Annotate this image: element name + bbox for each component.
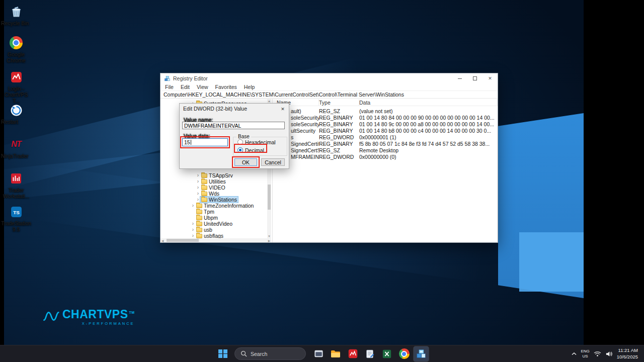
start-button[interactable] <box>215 346 230 361</box>
ok-button[interactable]: OK <box>234 158 257 166</box>
tree-item-usb[interactable]: ›usb <box>160 227 267 233</box>
desktop-icon-trader-workstation[interactable]: Trader Workstati... <box>0 171 32 186</box>
brand-tm: TM <box>129 311 135 314</box>
desktop-icon-restart[interactable]: Restart <box>0 103 32 118</box>
tree-node[interactable]: Wds <box>200 191 220 197</box>
address-bar[interactable]: Computer\HKEY_LOCAL_MACHINE\SYSTEM\Curre… <box>160 91 498 99</box>
tree-item-UnitedVideo[interactable]: ›UnitedVideo <box>160 221 267 227</box>
expand-chevron-icon[interactable]: › <box>196 197 200 203</box>
radio-icon <box>237 147 243 153</box>
desktop-icon-chartvps-login[interactable]: Login - ChartVPS T... <box>0 69 32 84</box>
clock[interactable]: 11:21 AM 10/6/2025 <box>617 347 638 360</box>
horizontal-scrollbar-thumb[interactable] <box>167 239 199 242</box>
taskbar-app-chartvps-app[interactable] <box>345 346 360 361</box>
desktop-icon-label: Restart <box>0 119 19 125</box>
expand-chevron-icon[interactable]: › <box>196 185 200 191</box>
tree-node[interactable]: VIDEO <box>200 185 226 191</box>
column-header-data[interactable]: Data <box>359 99 498 106</box>
tree-item-label: TimeZoneInformation <box>204 203 254 209</box>
tree-node[interactable]: Ubpm <box>195 215 219 221</box>
menu-help[interactable]: Help <box>240 84 259 90</box>
tree-item-Utilities[interactable]: ›Utilities <box>160 178 267 185</box>
window-titlebar[interactable]: Registry Editor ✕ <box>160 73 498 83</box>
registry-value-row[interactable]: ault)REG_SZ(value not set) <box>273 108 498 114</box>
expand-chevron-icon[interactable]: › <box>196 172 200 178</box>
registry-value-row[interactable]: soleSecurityREG_BINARY01 00 14 80 84 00 … <box>273 114 498 121</box>
close-button[interactable]: ✕ <box>482 73 498 83</box>
tree-node[interactable]: TSAppSrv <box>200 172 234 178</box>
hexadecimal-radio[interactable]: Hexadecimal <box>237 139 287 145</box>
cancel-button[interactable]: Cancel <box>261 158 285 166</box>
expand-chevron-icon[interactable]: › <box>191 203 195 209</box>
expand-chevron-icon[interactable]: › <box>191 227 195 233</box>
scroll-left-arrow[interactable]: ◀ <box>160 239 165 242</box>
scroll-down-arrow[interactable]: ▼ <box>267 234 271 238</box>
dialog-titlebar[interactable]: Edit DWORD (32-bit) Value <box>180 104 289 114</box>
tree-item-WinStations[interactable]: ›WinStations <box>160 197 267 203</box>
value-name-field[interactable]: DWMFRAMEINTERVAL <box>182 122 285 129</box>
registry-value-row[interactable]: ultSecurityREG_BINARY01 00 14 80 b8 00 0… <box>273 127 498 134</box>
tree-item-TimeZoneInformation[interactable]: ›TimeZoneInformation <box>160 203 267 209</box>
taskbar-app-chrome[interactable] <box>396 346 412 361</box>
tree-item-VIDEO[interactable]: ›VIDEO <box>160 185 267 191</box>
taskbar-app-registry-editor[interactable] <box>414 346 429 361</box>
desktop-icon-tradestation[interactable]: TSTradeStation 9.5 <box>0 204 32 219</box>
taskbar-app-app-window[interactable] <box>311 346 326 361</box>
desktop-icon-label: NinjaTrader <box>0 153 29 159</box>
tree-node[interactable]: UnitedVideo <box>195 221 233 227</box>
taskbar-app-file-explorer[interactable] <box>328 346 343 361</box>
ninjatrader-icon: NT <box>0 137 32 152</box>
registry-value-row[interactable]: sREG_DWORD0x00000001 (1) <box>273 134 498 140</box>
tree-node[interactable]: TimeZoneInformation <box>195 203 255 209</box>
registry-value-row[interactable]: SignedCertSt...REG_SZRemote Desktop <box>273 147 498 153</box>
scroll-up-arrow[interactable]: ▲ <box>267 99 271 103</box>
taskbar-app-excel[interactable] <box>379 346 394 361</box>
decimal-radio-label: Decimal <box>245 147 264 153</box>
expand-chevron-icon[interactable]: › <box>196 178 200 185</box>
minimize-button[interactable] <box>452 73 467 83</box>
tray-chevron-up-icon[interactable] <box>572 352 577 356</box>
decimal-radio[interactable]: Decimal <box>237 147 287 153</box>
desktop-icon-ninjatrader[interactable]: NTNinjaTrader <box>0 137 32 152</box>
expand-chevron-icon[interactable]: › <box>191 221 195 227</box>
tree-item-Wds[interactable]: ›Wds <box>160 191 267 197</box>
registry-value-row[interactable]: soleSecurity...REG_BINARY01 00 14 80 9c … <box>273 121 498 127</box>
value-data: 01 00 14 80 b8 00 00 00 c4 00 00 00 14 0… <box>359 128 498 134</box>
tree-node[interactable]: WinStations <box>200 197 238 203</box>
vertical-scrollbar-thumb[interactable] <box>268 185 271 210</box>
tree-node[interactable]: usb <box>195 227 213 233</box>
tree-item-TSAppSrv[interactable]: ›TSAppSrv <box>160 172 267 178</box>
menu-favorites[interactable]: Favorites <box>212 84 240 90</box>
tree-node[interactable]: Utilities <box>200 178 227 185</box>
taskbar-app-notepad[interactable] <box>362 346 377 361</box>
column-header-type[interactable]: Type <box>319 99 359 106</box>
expand-chevron-icon[interactable]: › <box>191 233 195 238</box>
tree-item-usbflags[interactable]: ›usbflags <box>160 233 267 238</box>
tree-item-Ubpm[interactable]: Ubpm <box>160 215 267 221</box>
registry-value-row[interactable]: MFRAMEINT...REG_DWORD0x00000000 (0) <box>273 153 498 160</box>
language-indicator[interactable]: ENG US <box>581 349 589 359</box>
desktop-icon-recycle-bin[interactable]: Recycle Bin <box>0 4 32 19</box>
network-icon[interactable] <box>594 351 601 357</box>
dialog-close-button[interactable]: ✕ <box>279 106 286 112</box>
expand-chevron-icon[interactable]: › <box>196 191 200 197</box>
menu-edit[interactable]: Edit <box>177 84 193 90</box>
tree-horizontal-scrollbar[interactable]: ◀ ▶ <box>160 238 271 242</box>
scroll-right-arrow[interactable]: ▶ <box>267 239 271 242</box>
tree-item-label: Tpm <box>204 209 214 215</box>
maximize-icon <box>473 76 477 80</box>
tree-node[interactable]: usbflags <box>195 233 224 238</box>
volume-icon[interactable] <box>605 351 613 357</box>
maximize-button[interactable] <box>467 73 482 83</box>
desktop-screen: Recycle BinGoogle ChromeLogin - ChartVPS… <box>0 0 644 362</box>
tree-item-Tpm[interactable]: Tpm <box>160 209 267 215</box>
desktop-icon-chrome[interactable]: Google Chrome <box>0 35 32 50</box>
menu-file[interactable]: File <box>162 84 177 90</box>
taskbar-search[interactable]: Search <box>234 347 306 360</box>
menu-view[interactable]: View <box>193 84 212 90</box>
value-data-field[interactable]: 15 <box>182 138 228 146</box>
hexadecimal-radio-label: Hexadecimal <box>245 139 276 145</box>
registry-value-row[interactable]: SignedCertifi...REG_BINARYf5 8b 80 05 07… <box>273 140 498 147</box>
desktop-icons: Recycle BinGoogle ChromeLogin - ChartVPS… <box>0 0 32 241</box>
tree-node[interactable]: Tpm <box>195 209 215 215</box>
